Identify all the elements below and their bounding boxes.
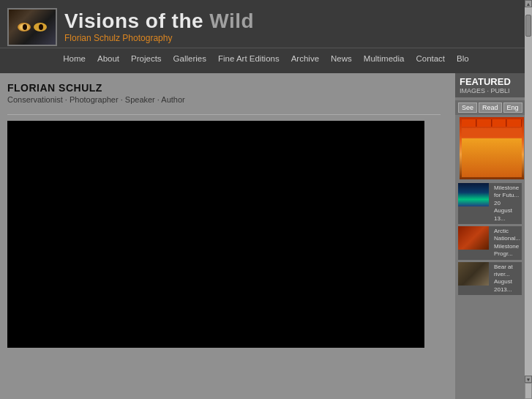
logo-image [7,8,57,46]
person-name: FLORIAN SCHULZ [7,82,437,94]
sidebar-images: Milestone for Futu... 20 August 13... Ar… [455,117,525,295]
red-image [458,226,489,250]
center-content: FLORIAN SCHULZ Conservationist · Photogr… [0,73,448,399]
nav-item-home[interactable]: Home [57,48,91,69]
sidebar-text-3: Bear at river... August 2013... [491,262,522,296]
milestone-label: Milestone for Futu... [494,184,519,200]
person-section: FLORIAN SCHULZ Conservationist · Photogr… [0,73,448,110]
title-main: Visions of the [64,10,209,32]
sidebar-text-2: Arctic National... Milestone Progr... [491,226,522,260]
nav-item-projects[interactable]: Projects [125,48,168,69]
site-subtitle: Florian Schulz Photography [64,33,254,43]
image-row-1: Milestone for Futu... 20 August 13... [458,183,522,224]
featured-tab-read[interactable]: Read [479,102,502,113]
vscroll-thumb[interactable] [525,15,531,37]
divider [7,114,441,115]
nav-item-fine-art[interactable]: Fine Art Editions [212,48,285,69]
featured-header: FEATURED IMAGES · PUBLI [455,73,525,97]
title-wild: Wild [209,10,254,32]
site-header: Visions of the Wild Florian Schulz Photo… [0,0,532,73]
featured-subtitle: IMAGES · PUBLI [460,87,520,94]
video-player[interactable] [7,121,424,348]
nav-item-galleries[interactable]: Galleries [168,48,212,69]
magazine-image [460,117,524,179]
scroll-up-button[interactable]: ▲ [525,0,532,7]
featured-tabs: SeeReadEng [455,100,525,115]
sidebar-text-1: Milestone for Futu... 20 August 13... [491,183,522,224]
right-sidebar: FEATURED IMAGES · PUBLI SeeReadEng [455,73,532,399]
featured-title: FEATURED [460,76,520,87]
nav-item-contact[interactable]: Contact [410,48,451,69]
scroll-down-button[interactable]: ▼ [525,376,532,383]
site-name: Visions of the Wild [64,10,254,33]
nav-item-about[interactable]: About [91,48,125,69]
site-title: Visions of the Wild Florian Schulz Photo… [64,10,254,44]
main-layout: FLORIAN SCHULZ Conservationist · Photogr… [0,73,532,399]
scroll-bottom-area [525,383,532,399]
featured-tab-eng[interactable]: Eng [503,102,522,113]
image-row-3: Bear at river... August 2013... [458,262,522,296]
milestone-date: 20 August 13... [494,200,519,223]
image-row-2: Arctic National... Milestone Progr... [458,226,522,260]
main-nav: HomeAboutProjectsGalleriesFine Art Editi… [0,48,532,68]
nav-item-archive[interactable]: Archive [285,48,325,69]
person-titles: Conservationist · Photographer · Speaker… [7,95,437,104]
nav-item-multimedia[interactable]: Multimedia [358,48,411,69]
nav-item-news[interactable]: News [325,48,358,69]
nav-item-blog[interactable]: Blo [451,48,475,69]
vertical-scrollbar[interactable]: ▲ ▼ [525,0,532,399]
logo-area: Visions of the Wild Florian Schulz Photo… [0,0,532,48]
aurora-image [458,183,489,206]
featured-tab-see[interactable]: See [458,102,477,113]
bear-image [458,262,489,286]
